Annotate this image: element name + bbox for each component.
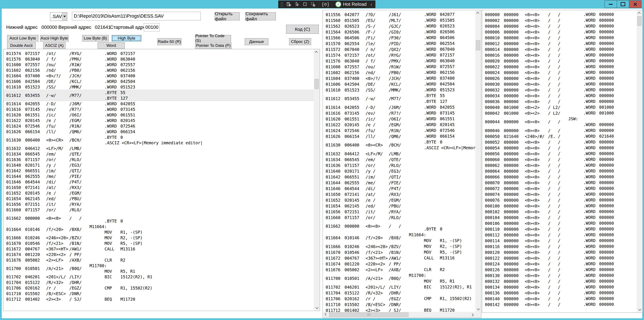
listing-row[interactable]: 011672004767<367><HT>/AW1/CALLM13116 (4, 246, 314, 252)
listing-row[interactable]: 000130000000<0><0>/ /.WORD000000 (482, 272, 637, 278)
listing-row[interactable]: 011660071157/or//RLO/ (323, 215, 475, 220)
listing-row[interactable]: 000106000000<0><0>/ /.WORD000000 (482, 220, 637, 226)
listing-row[interactable]: 011706020162/r //EGZ/CMPR1, 15502(R2) (4, 285, 314, 291)
listing-row[interactable]: 000070000000<0><0>/ /.WORD000000 (482, 180, 637, 186)
pointer-to-data-button[interactable]: Pointer To Data (P) (195, 42, 232, 49)
listing-row[interactable]: 011562026523/S-//GJC/.WORD026523 (323, 23, 475, 29)
listing-row[interactable]: 000044000000<0><0>/ /JSW:.WORD000000 (482, 116, 637, 128)
layout-adorners-icon[interactable] (302, 2, 308, 7)
start-address-input[interactable] (144, 23, 160, 31)
listing-row[interactable]: 011642066551/im//QTI/ (4, 168, 314, 174)
listing-row[interactable]: 011576063040/ f//PMX/.WORD063040 (323, 58, 475, 64)
listing-row[interactable]: 011646064544/di//P4T/ (323, 186, 475, 191)
listing-row[interactable]: 011574072157/ot//RYG/.WORD072157 (4, 51, 314, 56)
listing-row[interactable]: 011614042055/-D//J6M/.WORD042055 (4, 101, 314, 107)
listing-row[interactable]: 000010000000<0><0>/ /.WORD000000 (482, 35, 637, 41)
save-file-button[interactable]: Сохранить файл (245, 12, 276, 21)
listing-row[interactable]: 000124000000<0><0>/ /.WORD000000 (482, 261, 637, 267)
listing-row[interactable]: 011616073145/ev//R7?/.WORD073145 (4, 107, 314, 112)
toolbar-grip-icon[interactable] (280, 2, 283, 7)
collapse-chevron-icon[interactable]: ‹ (370, 2, 373, 7)
listing-row[interactable]: 011634066545/em//QTE/ (323, 157, 475, 162)
listing-row[interactable]: 000034000000<0><0>/ /.WORD000000 (482, 93, 637, 99)
listing-row[interactable]: 011606042504/DE//KCL/.WORD042504 (323, 81, 475, 87)
listing-row[interactable]: 011652020145/e //EGM/ (4, 190, 314, 196)
listing-row[interactable]: 000054000000<0><0>/ /.WORD000000 (482, 145, 637, 151)
scrollbar-thumb[interactable] (329, 312, 408, 317)
listing-row[interactable]: 000136000000<0><0>/ /.WORD000000 (482, 290, 637, 296)
scroll-down-button[interactable] (637, 307, 642, 312)
listing-row[interactable]: 011602062156/nd//PB0/.WORD062156 (4, 68, 314, 73)
listing-row[interactable]: 000036000000<0><0>/ /.WORD000000 (482, 99, 637, 104)
listing-row[interactable]: 000022000000<0><0>/ /.WORD000000 (482, 64, 637, 70)
listing-row[interactable]: 011650072141/at//RX3/ (323, 191, 475, 197)
listing-row[interactable]: 000074000000<0><0>/ /.WORD000000 (482, 191, 637, 197)
listing-row[interactable]: 000030000000<0><0>/ /.WORD000000 (482, 81, 637, 87)
listing-row[interactable]: 000060000000<0><0>/ /.WORD000000 (482, 157, 637, 162)
listing-row[interactable]: 011574072157/ot//RYG/.WORD072157 (323, 52, 475, 58)
close-button[interactable]: × (629, 1, 642, 8)
listing-row[interactable]: 000032000000<0><0>/ /.WORD000000 (482, 87, 637, 93)
high-byte-button[interactable]: High Byte (112, 35, 142, 42)
listing-row[interactable]: 011712001402<2><3>/ SJ/BEQM11720 (323, 307, 475, 312)
listing-row[interactable]: 000064000000<0><0>/ /.WORD000000 (482, 168, 637, 174)
listing-row[interactable]: 000002000000<0><0>/ /.WORD000000 (482, 18, 637, 23)
maximize-button[interactable] (617, 1, 629, 8)
open-file-button[interactable]: Открыть файл (215, 12, 240, 21)
listing-row[interactable]: 000076000000<0><0>/ /.WORD000000 (482, 197, 637, 203)
listing-row[interactable]: 011640020171/y //EG3/ (4, 162, 314, 168)
listing-row[interactable]: 011636071157/or//RLO/ (323, 162, 475, 168)
listing-row[interactable]: 011600072557/ou//R1W/.WORD072557 (323, 64, 475, 70)
listing-row[interactable]: 011636071157/or//RLO/ (4, 157, 314, 162)
listing-row[interactable]: 011704015122/R/<32>/DHR/ (4, 280, 314, 285)
minimize-button[interactable] (604, 1, 617, 8)
listing-row[interactable]: 011566064506/Fi//P30/.WORD064506 (323, 35, 475, 41)
listing-row[interactable]: 000040001000<0><2>/ L2/.WORD001000 (482, 104, 637, 110)
listing-row[interactable]: 000016000000<0><0>/ /.WORD000000 (482, 52, 637, 58)
listing-row[interactable]: 011620061551/ic//O6I/.WORD061551 (4, 112, 314, 118)
listing-row[interactable]: 011610051523/SS//MMK/.WORD051523 (323, 87, 475, 93)
code-button[interactable]: Код (C) (286, 25, 319, 34)
file-type-combobox[interactable]: .SAV (50, 12, 67, 21)
listing-row[interactable]: 011644062555/me//PIE/ (323, 180, 475, 186)
listing-row[interactable]: 011602062156/nd//PB0/.WORD062156 (323, 70, 475, 75)
data-button[interactable]: Данные (245, 38, 268, 45)
listing-row[interactable]: 000102000000<0><0>/ /.WORD000000 (482, 209, 637, 215)
listing-row[interactable]: 000120000000<0><0>/ /.WORD000000 (482, 249, 637, 255)
listing-row[interactable]: 011702046201<201>/L//LIY/BIC15122(R2), R… (323, 284, 475, 290)
listing-row[interactable]: 011576063040/ f//PMX/.WORD063040 (4, 56, 314, 62)
combobox-dropdown-button[interactable] (62, 13, 67, 21)
word-button[interactable]: Word (98, 42, 125, 49)
listing-row[interactable]: 011660071157/or//RLO/ (4, 207, 314, 213)
listing-row[interactable]: 011702046201<201>/L//LIY/BIC15122(R2), R… (4, 274, 314, 280)
hot-reload-settings-icon[interactable]: {} (322, 2, 329, 7)
vertical-scrollbar[interactable] (314, 49, 320, 310)
scroll-down-button[interactable] (314, 305, 320, 310)
listing-row[interactable]: 000104000000<0><0>/ /.WORD000000 (482, 215, 637, 220)
listing-row[interactable]: 011664010146/f/<20>/BX8/M11664:MOVR1, -(… (323, 232, 475, 243)
listing-row[interactable]: 000134000000<0><0>/ /.WORD000000 (482, 284, 637, 290)
listing-row[interactable]: 000042001000<0><2>/ L2/.WORD001000 (482, 110, 637, 116)
listing-row[interactable]: 000000000000<0><0>/ /.WORD000000 (482, 12, 637, 18)
listing-row[interactable]: 011564026506/F-//GI0/.WORD026506 (323, 29, 475, 35)
listing-row[interactable]: 011710015502/B/<ESC>/DNR/ (323, 301, 475, 307)
pointer-to-code-button[interactable]: Pointer To Code (S) (195, 35, 231, 42)
listing-row[interactable]: 000132000000<0><0>/ /.WORD000000 (482, 278, 637, 284)
scroll-up-button[interactable] (314, 49, 320, 55)
listing-row[interactable]: 000122000000<0><0>/ /.WORD000000 (482, 255, 637, 261)
listing-row[interactable]: 000056000000<0><0>/ /.WORD000000 (482, 151, 637, 157)
listing-row[interactable]: 011620061551/ic//O6I/.WORD061551 (323, 116, 475, 122)
listing-row[interactable]: 011640020171/y //EG3/ (323, 168, 475, 174)
listing-row[interactable]: 011622020145/e //EGM/.WORD020145 (4, 118, 314, 123)
listing-row[interactable]: 000026000000<0><0>/ /.WORD000000 (482, 75, 637, 81)
scroll-right-button[interactable] (470, 312, 475, 317)
listing-row[interactable]: 000062000000<0><0>/ /.WORD000000 (482, 162, 637, 168)
listing-row[interactable]: 011670010546/f/<21>/B1N/MOVR5, -(SP) (323, 249, 475, 255)
listing-row[interactable]: 011650072141/at//RX3/ (4, 185, 314, 190)
listing-row[interactable]: 011700010501/A/<21>/B0Q/M11700:MOVR5, R1 (4, 263, 314, 274)
listing-row[interactable]: 011712001402<2><3>/ SJ/BEQM11720 (4, 296, 314, 302)
listing-row[interactable]: 011604037400<0>/?//JCH/.WORD037400 (323, 75, 475, 81)
listing-row[interactable]: 000020000000<0><0>/ /.WORD000000 (482, 58, 637, 64)
listing-row[interactable]: 011656072151/it//RYA/ (4, 201, 314, 207)
listing-row[interactable]: 011570062554/le//PID/.WORD062554 (323, 41, 475, 46)
